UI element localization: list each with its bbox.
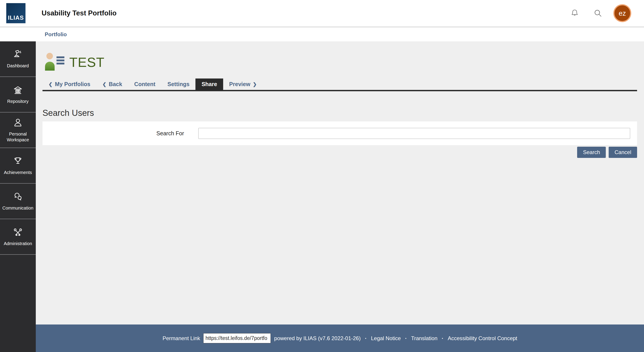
footer: Permanent Link powered by ILIAS (v7.6 20…: [36, 324, 644, 352]
cancel-button[interactable]: Cancel: [609, 147, 637, 158]
chevron-left-icon: ❮: [102, 82, 106, 87]
chevron-left-icon: ❮: [48, 82, 52, 87]
sidebar-item-label: Repository: [6, 98, 30, 104]
topbar-actions: ez: [556, 4, 644, 22]
separator-dot: ·: [442, 335, 444, 342]
sidebar-item-repository[interactable]: Repository: [0, 77, 36, 112]
form-actions: Search Cancel: [42, 147, 637, 158]
sidebar-item-administration[interactable]: Administration: [0, 219, 36, 255]
tab-label: Settings: [168, 81, 190, 88]
footer-link-accessibility[interactable]: Accessibility Control Concept: [448, 335, 517, 342]
sidebar-item-dashboard[interactable]: Dashboard: [0, 41, 36, 77]
page-title: Usability Test Portfolio: [42, 9, 116, 17]
tab-settings[interactable]: Settings: [162, 78, 196, 90]
ilias-logo-text: ILIAS: [8, 14, 24, 23]
footer-link-translation[interactable]: Translation: [411, 335, 438, 342]
avatar[interactable]: ez: [613, 4, 631, 22]
search-icon[interactable]: [593, 8, 603, 18]
trophy-icon: [13, 156, 23, 166]
tab-label: Content: [134, 81, 155, 88]
sidebar-item-label: Dashboard: [6, 63, 30, 69]
tab-preview[interactable]: Preview ❯: [223, 78, 263, 90]
chat-bubbles-icon: [13, 192, 23, 202]
search-form: Search For: [42, 122, 637, 145]
top-bar: ILIAS Usability Test Portfolio ez: [0, 0, 644, 26]
permalink-input[interactable]: [203, 333, 271, 343]
sidebar-item-achievements[interactable]: Achievements: [0, 148, 36, 184]
breadcrumb: Portfolio: [0, 28, 644, 41]
crossed-tools-icon: [13, 227, 23, 238]
tab-label: My Portfolios: [55, 81, 90, 88]
search-for-input[interactable]: [198, 128, 630, 139]
chevron-right-icon: ❯: [253, 82, 257, 87]
powered-by-text: powered by ILIAS (v7.6 2022-01-26): [274, 335, 361, 342]
tab-my-portfolios[interactable]: ❮ My Portfolios: [42, 78, 96, 90]
sidebar-item-label: Achievements: [2, 170, 33, 175]
person-icon: [13, 118, 23, 128]
ilias-logo[interactable]: ILIAS: [6, 3, 26, 23]
breadcrumb-portfolio[interactable]: Portfolio: [45, 31, 67, 38]
content-area: TEST ❮ My Portfolios ❮ Back Con: [36, 41, 644, 324]
tab-share[interactable]: Share: [196, 78, 223, 90]
avatar-initials: ez: [619, 10, 626, 17]
tab-label: Preview: [229, 81, 250, 88]
sidebar-item-communication[interactable]: Communication: [0, 184, 36, 219]
sidebar-item-personal-workspace[interactable]: Personal Workspace: [0, 112, 36, 148]
sidebar-item-label: Administration: [2, 241, 34, 246]
dashboard-lamp-icon: [13, 49, 23, 60]
footer-link-legal-notice[interactable]: Legal Notice: [371, 335, 401, 342]
sidebar-filler: [0, 255, 36, 352]
portfolio-person-icon: [44, 52, 66, 72]
tab-label: Back: [109, 81, 122, 88]
permalink-label: Permanent Link: [162, 335, 200, 342]
app-window: ILIAS Usability Test Portfolio ez: [0, 0, 644, 352]
tab-label: Share: [202, 81, 217, 88]
tab-back[interactable]: ❮ Back: [96, 78, 128, 90]
sidebar-item-label: Personal Workspace: [0, 131, 36, 143]
object-title: TEST: [69, 54, 104, 70]
section-title: Search Users: [42, 108, 637, 118]
repository-building-icon: [13, 85, 23, 96]
tab-content[interactable]: Content: [128, 78, 161, 90]
main-sidebar: Dashboard Repository: [0, 41, 36, 352]
search-for-label: Search For: [42, 130, 184, 137]
tab-bar: ❮ My Portfolios ❮ Back Content Settings: [42, 78, 637, 91]
object-header: TEST: [42, 52, 637, 72]
separator-dot: ·: [405, 335, 407, 342]
search-button[interactable]: Search: [577, 147, 606, 158]
notifications-bell-icon[interactable]: [570, 8, 580, 18]
sidebar-item-label: Communication: [1, 205, 35, 211]
separator-dot: ·: [365, 335, 367, 342]
